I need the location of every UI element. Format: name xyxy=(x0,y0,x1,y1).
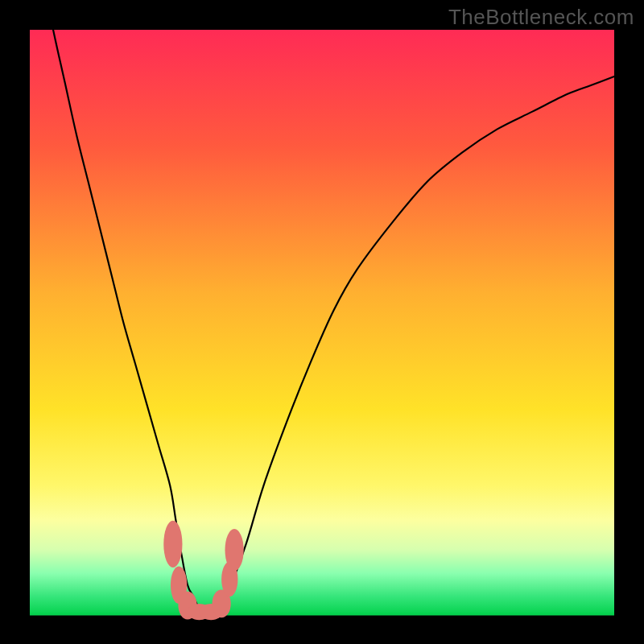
plot-area xyxy=(30,30,614,614)
marker-group xyxy=(163,521,243,620)
bottleneck-curve xyxy=(30,0,614,614)
marker-7 xyxy=(225,529,243,571)
marker-0 xyxy=(163,521,182,568)
chart-svg xyxy=(30,30,614,614)
watermark-text: TheBottleneck.com xyxy=(448,5,634,30)
chart-frame: TheBottleneck.com xyxy=(0,0,644,644)
